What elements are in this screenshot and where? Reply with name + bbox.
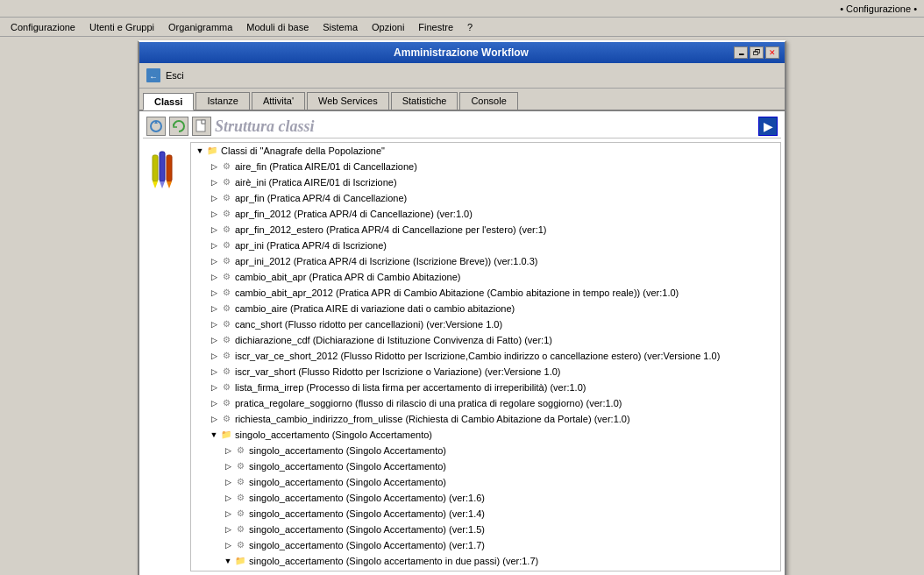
expand-icon[interactable]: ▷ bbox=[209, 193, 219, 203]
menu-finestre[interactable]: Finestre bbox=[411, 20, 460, 34]
expand-icon[interactable]: ▼ bbox=[223, 556, 233, 566]
item-label: singolo_accertamento (Singolo Accertamen… bbox=[249, 444, 446, 458]
tab-istanze[interactable]: Istanze bbox=[195, 92, 249, 110]
list-item[interactable]: ▷ ⚙ cambio_abit_apr_2012 (Pratica APR di… bbox=[191, 285, 780, 301]
list-item[interactable]: ▷ ⚙ pratica_regolare_soggiorno (flusso d… bbox=[191, 395, 780, 411]
list-item[interactable]: ▷ ⚙ aire_fin (Pratica AIRE/01 di Cancell… bbox=[191, 159, 780, 174]
list-item[interactable]: ▷ ⚙ airè_ini (Pratica AIRE/01 di Iscrizi… bbox=[191, 174, 780, 190]
tabs-bar: Classi Istanze Attivita' Web Services St… bbox=[139, 89, 785, 111]
expand-icon[interactable]: ▷ bbox=[209, 351, 219, 361]
expand-icon[interactable]: ▼ bbox=[209, 429, 219, 440]
exit-button[interactable]: ← Esci bbox=[145, 67, 184, 84]
menu-help[interactable]: ? bbox=[460, 20, 480, 34]
expand-icon[interactable]: ▷ bbox=[209, 240, 219, 251]
menu-configurazione[interactable]: Configurazione bbox=[4, 20, 82, 34]
list-item[interactable]: ▷ ⚙ apr_ini (Pratica APR/4 di Iscrizione… bbox=[191, 238, 780, 253]
list-item[interactable]: ▷ ⚙ cambio_abit_apr (Pratica APR di Camb… bbox=[191, 269, 780, 285]
expand-icon[interactable]: ▷ bbox=[223, 477, 233, 487]
svg-rect-5 bbox=[153, 155, 158, 181]
node-icon: ⚙ bbox=[219, 271, 233, 283]
list-item[interactable]: ▷ ⚙ singolo_accertamento (Singolo Accert… bbox=[191, 443, 780, 458]
menu-opzioni[interactable]: Opzioni bbox=[365, 20, 411, 34]
list-item[interactable]: ▷ ⚙ dichiarazione_cdf (Dichiarazione di … bbox=[191, 332, 780, 348]
list-item[interactable]: ▷ ⚙ singolo_accertamento (Singolo Accert… bbox=[191, 490, 780, 506]
menu-moduli[interactable]: Moduli di base bbox=[239, 20, 316, 34]
menu-organigramma[interactable]: Organigramma bbox=[161, 20, 239, 34]
expand-icon-root[interactable]: ▼ bbox=[195, 146, 205, 156]
expand-icon[interactable]: ▷ bbox=[223, 493, 233, 503]
expand-icon[interactable]: ▷ bbox=[223, 524, 233, 535]
list-item[interactable]: ▷ ⚙ singolo_accertamento (Singolo Accert… bbox=[191, 458, 780, 474]
node-icon: ⚙ bbox=[233, 476, 247, 488]
expand-icon[interactable]: ▷ bbox=[209, 177, 219, 188]
expand-icon[interactable]: ▷ bbox=[209, 398, 219, 408]
list-item[interactable]: ▷ ⚙ iscr_var_ce_short_2012 (Flusso Ridot… bbox=[191, 348, 780, 364]
list-item[interactable]: ▷ ⚙ singolo_accertamento (Singolo accert… bbox=[191, 569, 780, 571]
expand-icon[interactable]: ▷ bbox=[209, 366, 219, 377]
node-icon: ⚙ bbox=[219, 318, 233, 330]
item-label: apr_ini_2012 (Pratica APR/4 di Iscrizion… bbox=[235, 254, 537, 268]
expand-icon[interactable]: ▷ bbox=[209, 224, 219, 235]
list-item[interactable]: ▷ ⚙ richiesta_cambio_indirizzo_from_ulis… bbox=[191, 411, 780, 427]
list-item[interactable]: ▷ ⚙ apr_ini_2012 (Pratica APR/4 di Iscri… bbox=[191, 253, 780, 269]
tab-statistiche[interactable]: Statistiche bbox=[391, 92, 458, 110]
folder-icon: 📁 bbox=[233, 555, 247, 567]
expand-icon[interactable]: ▷ bbox=[223, 461, 233, 472]
minimize-button[interactable]: 🗕 bbox=[734, 46, 748, 59]
node-icon: ⚙ bbox=[219, 192, 233, 204]
expand-icon[interactable]: ▷ bbox=[223, 508, 233, 519]
tree-area[interactable]: ▼ 📁 Classi di "Anagrafe della Popolazion… bbox=[190, 142, 781, 571]
exit-icon: ← bbox=[145, 67, 162, 84]
item-label: singolo_accertamento (Singolo accertamen… bbox=[249, 554, 538, 568]
expand-icon[interactable]: ▷ bbox=[209, 382, 219, 393]
reload-button[interactable] bbox=[169, 117, 188, 136]
list-item[interactable]: ▷ ⚙ iscr_var_short (Flusso Ridotto per I… bbox=[191, 364, 780, 380]
toolbar-area: ← Esci bbox=[139, 63, 785, 89]
refresh-button[interactable] bbox=[146, 117, 166, 136]
node-icon: ⚙ bbox=[219, 397, 233, 409]
list-item[interactable]: ▷ ⚙ canc_short (Flusso ridotto per cance… bbox=[191, 316, 780, 332]
list-item[interactable]: ▷ ⚙ lista_firma_irrep (Processo di lista… bbox=[191, 380, 780, 395]
tree-root[interactable]: ▼ 📁 Classi di "Anagrafe della Popolazion… bbox=[191, 143, 780, 159]
item-label: iscr_var_short (Flusso Ridotto per Iscri… bbox=[235, 365, 561, 379]
tab-attivita[interactable]: Attivita' bbox=[252, 92, 305, 110]
maximize-button[interactable]: 🗗 bbox=[750, 46, 764, 59]
close-button[interactable]: ✕ bbox=[765, 46, 779, 59]
item-label: pratica_regolare_soggiorno (flusso di ri… bbox=[235, 396, 622, 410]
tab-console[interactable]: Console bbox=[459, 92, 517, 110]
list-item[interactable]: ▼ 📁 singolo_accertamento (Singolo Accert… bbox=[191, 427, 780, 443]
node-icon: ⚙ bbox=[233, 539, 247, 551]
node-icon: ⚙ bbox=[247, 571, 261, 571]
expand-icon[interactable]: ▷ bbox=[223, 445, 233, 456]
list-item[interactable]: ▷ ⚙ apr_fin_2012 (Pratica APR/4 di Cance… bbox=[191, 206, 780, 222]
expand-icon[interactable]: ▷ bbox=[209, 209, 219, 219]
node-icon: ⚙ bbox=[219, 413, 233, 425]
list-item[interactable]: ▷ ⚙ singolo_accertamento (Singolo Accert… bbox=[191, 506, 780, 522]
expand-icon[interactable]: ▷ bbox=[223, 540, 233, 550]
expand-icon[interactable]: ▷ bbox=[209, 414, 219, 424]
list-item[interactable]: ▷ ⚙ singolo_accertamento (Singolo Accert… bbox=[191, 474, 780, 490]
expand-icon[interactable]: ▷ bbox=[209, 319, 219, 330]
list-item[interactable]: ▷ ⚙ singolo_accertamento (Singolo Accert… bbox=[191, 522, 780, 537]
list-item[interactable]: ▷ ⚙ apr_fin_2012_estero (Pratica APR/4 d… bbox=[191, 222, 780, 238]
expand-icon[interactable]: ▷ bbox=[209, 256, 219, 266]
expand-icon[interactable]: ▷ bbox=[209, 288, 219, 298]
tab-webservices[interactable]: Web Services bbox=[307, 92, 389, 110]
expand-icon[interactable]: ▷ bbox=[209, 335, 219, 345]
expand-icon[interactable]: ▷ bbox=[209, 272, 219, 282]
tab-classi[interactable]: Classi bbox=[143, 93, 194, 110]
nav-right-button[interactable]: ▶ bbox=[758, 117, 778, 136]
main-layout: ▼ 📁 Classi di "Anagrafe della Popolazion… bbox=[143, 142, 781, 571]
menu-utenti[interactable]: Utenti e Gruppi bbox=[82, 20, 161, 34]
list-item[interactable]: ▷ ⚙ cambio_aire (Pratica AIRE di variazi… bbox=[191, 301, 780, 316]
menu-sistema[interactable]: Sistema bbox=[316, 20, 365, 34]
list-item[interactable]: ▷ ⚙ apr_fin (Pratica APR/4 di Cancellazi… bbox=[191, 190, 780, 206]
item-label: singolo_accertamento (Singolo Accertamen… bbox=[249, 491, 485, 505]
item-label: apr_ini (Pratica APR/4 di Iscrizione) bbox=[235, 238, 387, 252]
list-item[interactable]: ▼ 📁 singolo_accertamento (Singolo accert… bbox=[191, 553, 780, 569]
new-button[interactable] bbox=[192, 117, 211, 136]
expand-icon[interactable]: ▷ bbox=[209, 303, 219, 314]
node-icon: ⚙ bbox=[233, 508, 247, 520]
list-item[interactable]: ▷ ⚙ singolo_accertamento (Singolo Accert… bbox=[191, 537, 780, 553]
expand-icon[interactable]: ▷ bbox=[209, 161, 219, 172]
